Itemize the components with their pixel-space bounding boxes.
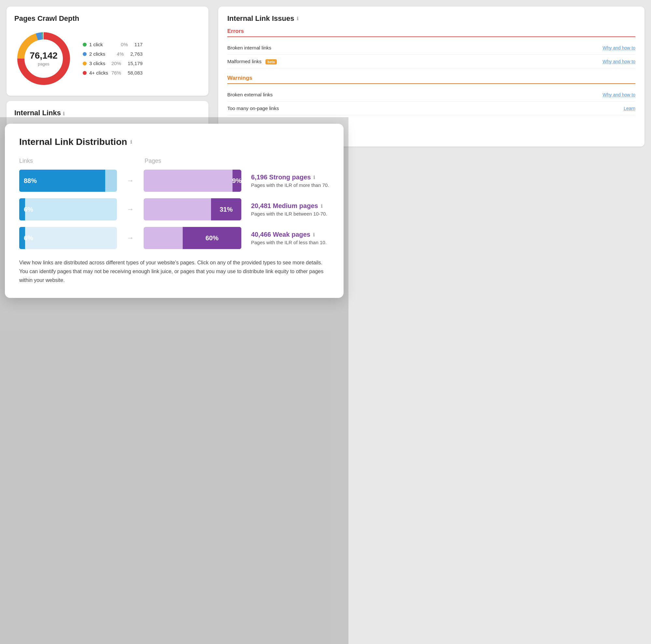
broken-external-links-row: Broken external links Why and how to	[227, 88, 636, 102]
malformed-links-label: Malformed links beta	[227, 59, 277, 64]
legend-dot-2	[83, 62, 87, 65]
strong-pages-info-icon[interactable]: ℹ	[313, 175, 315, 180]
strong-pages-label: 6,196 Strong pages ℹ Pages with the ILR …	[251, 173, 329, 188]
internal-link-distribution-modal: Internal Link Distribution ℹ Links Pages…	[5, 124, 344, 298]
strong-pages-bar: 9%	[144, 170, 241, 192]
weak-pages-info-icon[interactable]: ℹ	[313, 232, 315, 237]
weak-pages-row[interactable]: 6% → 60% 40,466 Weak pages ℹ Pages with …	[19, 227, 329, 249]
internal-links-title: Internal Links ℹ	[14, 109, 200, 117]
medium-pages-info-icon[interactable]: ℹ	[321, 203, 322, 209]
strong-pages-desc: Pages with the ILR of more than 70.	[251, 182, 329, 188]
legend-item-0: 1 click 0% 117	[83, 42, 143, 47]
legend-pct-2: 20%	[111, 61, 121, 66]
strong-arrow: →	[127, 176, 134, 185]
weak-links-bar: 6%	[19, 227, 117, 249]
broken-internal-links-label: Broken internal links	[227, 45, 271, 51]
strong-links-bar: 88%	[19, 170, 117, 192]
too-many-links-link[interactable]: Learn	[624, 106, 636, 111]
medium-links-bar: 6%	[19, 198, 117, 220]
legend-dot-3	[83, 71, 87, 75]
too-many-links-row: Too many on-page links Learn	[227, 102, 636, 115]
medium-pages-desc: Pages with the ILR between 10-70.	[251, 211, 327, 217]
warnings-label: Warnings	[227, 75, 636, 84]
internal-link-issues-title: Internal Link Issues ℹ	[227, 14, 636, 23]
broken-external-links-label: Broken external links	[227, 92, 273, 97]
legend-name-3: 4+ clicks	[89, 70, 108, 75]
weak-pages-desc: Pages with the ILR of less than 10.	[251, 239, 327, 245]
donut-label: pages	[38, 62, 49, 66]
malformed-links-badge: beta	[266, 59, 277, 64]
broken-internal-links-link[interactable]: Why and how to	[603, 45, 636, 51]
weak-links-fill: 6%	[19, 227, 25, 249]
strong-pages-row[interactable]: 88% → 9% 6,196 Strong pages ℹ Pages with…	[19, 170, 329, 192]
donut-total: 76,142	[30, 51, 58, 61]
malformed-links-row: Malformed links beta Why and how to	[227, 55, 636, 68]
donut-chart: 76,142 pages	[14, 29, 73, 88]
legend-item-1: 2 clicks 4% 2,763	[83, 51, 143, 57]
legend-pct-1: 4%	[113, 51, 124, 57]
malformed-links-link[interactable]: Why and how to	[603, 59, 636, 64]
crawl-depth-title: Pages Crawl Depth	[14, 14, 200, 23]
legend-val-2: 15,179	[128, 61, 143, 66]
weak-pages-fill: 60%	[183, 227, 241, 249]
legend-dot-1	[83, 52, 87, 56]
legend-pct-3: 76%	[111, 70, 121, 75]
dist-description: View how links are distributed across di…	[19, 258, 329, 285]
errors-section: Errors Broken internal links Why and how…	[227, 28, 636, 68]
strong-links-fill: 88%	[19, 170, 105, 192]
legend-val-1: 2,763	[130, 51, 143, 57]
modal-title: Internal Link Distribution ℹ	[19, 137, 329, 147]
legend-dot-0	[83, 43, 87, 46]
medium-pages-label: 20,481 Medium pages ℹ Pages with the ILR…	[251, 202, 327, 217]
medium-arrow: →	[127, 205, 134, 214]
weak-pages-label: 40,466 Weak pages ℹ Pages with the ILR o…	[251, 231, 327, 245]
donut-center: 76,142 pages	[30, 51, 58, 67]
modal-info-icon[interactable]: ℹ	[130, 139, 132, 144]
legend-name-1: 2 clicks	[89, 51, 111, 57]
modal-overlay: Internal Link Distribution ℹ Links Pages…	[0, 117, 348, 644]
errors-label: Errors	[227, 28, 636, 37]
crawl-depth-card: Pages Crawl Depth	[6, 6, 209, 96]
broken-external-links-link[interactable]: Why and how to	[603, 92, 636, 97]
links-header: Links	[19, 158, 119, 164]
legend-val-3: 58,083	[128, 70, 143, 75]
pages-header: Pages	[145, 158, 161, 164]
internal-links-info-icon[interactable]: ℹ	[63, 111, 64, 116]
internal-link-issues-info-icon[interactable]: ℹ	[297, 16, 298, 21]
legend-name-2: 3 clicks	[89, 61, 108, 66]
dist-headers: Links Pages	[19, 158, 329, 164]
medium-links-fill: 6%	[19, 198, 25, 220]
crawl-depth-legend: 1 click 0% 117 2 clicks 4% 2,763 3 click…	[83, 42, 143, 75]
broken-internal-links-row: Broken internal links Why and how to	[227, 41, 636, 55]
legend-item-2: 3 clicks 20% 15,179	[83, 61, 143, 66]
legend-item-3: 4+ clicks 76% 58,083	[83, 70, 143, 75]
legend-name-0: 1 click	[89, 42, 115, 47]
medium-pages-fill: 31%	[211, 198, 241, 220]
strong-pages-fill: 9%	[232, 170, 241, 192]
legend-val-0: 117	[134, 42, 143, 47]
medium-pages-bar: 31%	[144, 198, 241, 220]
weak-pages-bar: 60%	[144, 227, 241, 249]
legend-pct-0: 0%	[118, 42, 128, 47]
weak-arrow: →	[127, 234, 134, 242]
medium-pages-row[interactable]: 6% → 31% 20,481 Medium pages ℹ Pages wit…	[19, 198, 329, 220]
warnings-section: Warnings Broken external links Why and h…	[227, 75, 636, 115]
too-many-links-label: Too many on-page links	[227, 105, 279, 111]
